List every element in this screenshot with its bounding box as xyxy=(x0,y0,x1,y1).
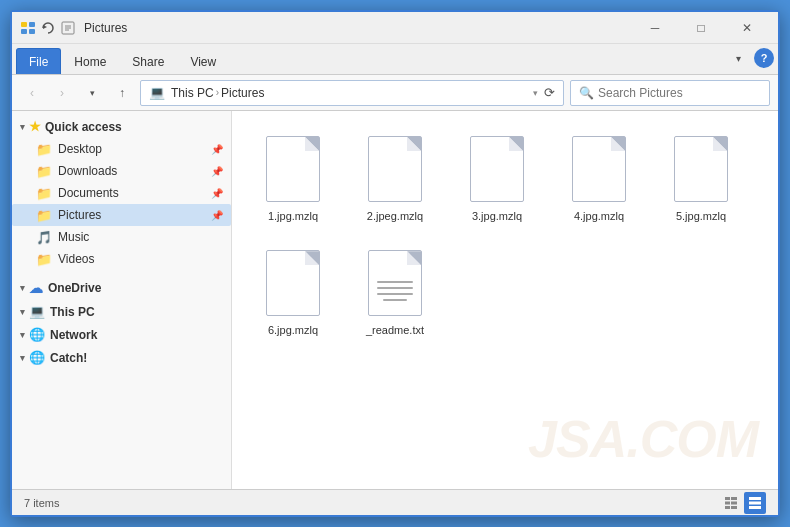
file-item-6jpg[interactable]: 6.jpg.mzlq xyxy=(248,241,338,343)
up-button[interactable]: ↑ xyxy=(110,81,134,105)
address-path[interactable]: 💻 This PC › Pictures ▾ ⟳ xyxy=(140,80,564,106)
file-icon-1jpg xyxy=(261,133,325,205)
ribbon-dropdown-button[interactable]: ▾ xyxy=(726,46,750,70)
text-doc-icon xyxy=(368,250,422,316)
list-view-button[interactable] xyxy=(720,492,742,514)
catch-icon: 🌐 xyxy=(29,350,45,365)
title-bar-icons xyxy=(20,20,76,36)
minimize-button[interactable]: ─ xyxy=(632,12,678,44)
music-folder-icon: 🎵 xyxy=(36,229,52,245)
sidebar-item-desktop-label: Desktop xyxy=(58,142,102,156)
dropdown-nav-button[interactable]: ▾ xyxy=(80,81,104,105)
close-button[interactable]: ✕ xyxy=(724,12,770,44)
title-bar: Pictures ─ □ ✕ xyxy=(12,12,778,44)
view-toggles xyxy=(720,492,766,514)
svg-rect-0 xyxy=(21,22,27,27)
quick-access-chevron: ▾ xyxy=(20,122,25,132)
search-box: 🔍 xyxy=(570,80,770,106)
tab-view[interactable]: View xyxy=(177,48,229,74)
file-item-2jpeg[interactable]: 2.jpeg.mzlq xyxy=(350,127,440,229)
onedrive-header[interactable]: ▾ ☁ OneDrive xyxy=(12,276,231,300)
file-name-2jpeg: 2.jpeg.mzlq xyxy=(367,209,423,223)
sidebar-item-videos-label: Videos xyxy=(58,252,94,266)
catch-chevron: ▾ xyxy=(20,353,25,363)
tab-home[interactable]: Home xyxy=(61,48,119,74)
thispc-chevron: ▾ xyxy=(20,307,25,317)
network-header[interactable]: ▾ 🌐 Network xyxy=(12,323,231,346)
help-button[interactable]: ? xyxy=(754,48,774,68)
doc-icon-3jpg xyxy=(470,136,524,202)
refresh-icon: ⟳ xyxy=(544,85,555,100)
file-name-4jpg: 4.jpg.mzlq xyxy=(574,209,624,223)
window-controls: ─ □ ✕ xyxy=(632,12,770,44)
forward-button[interactable]: › xyxy=(50,81,74,105)
path-thispc: This PC xyxy=(171,86,214,100)
grid-view-button[interactable] xyxy=(744,492,766,514)
onedrive-label: OneDrive xyxy=(48,281,101,295)
file-name-1jpg: 1.jpg.mzlq xyxy=(268,209,318,223)
list-view-icon xyxy=(724,496,738,510)
catch-header[interactable]: ▾ 🌐 Catch! xyxy=(12,346,231,369)
ribbon: File Home Share View ▾ ? xyxy=(12,44,778,75)
file-item-5jpg[interactable]: 5.jpg.mzlq xyxy=(656,127,746,229)
network-globe-icon: 🌐 xyxy=(29,327,45,342)
status-bar: 7 items xyxy=(12,489,778,515)
svg-rect-2 xyxy=(21,29,27,34)
documents-folder-icon: 📁 xyxy=(36,185,52,201)
videos-folder-icon: 📁 xyxy=(36,251,52,267)
doc-icon-6jpg xyxy=(266,250,320,316)
quick-access-star-icon: ★ xyxy=(29,119,41,134)
file-item-1jpg[interactable]: 1.jpg.mzlq xyxy=(248,127,338,229)
maximize-button[interactable]: □ xyxy=(678,12,724,44)
doc-icon-4jpg xyxy=(572,136,626,202)
text-line-1 xyxy=(377,281,413,283)
quick-access-label: Quick access xyxy=(45,120,122,134)
properties-icon xyxy=(60,20,76,36)
sidebar-item-documents-label: Documents xyxy=(58,186,119,200)
thispc-header[interactable]: ▾ 💻 This PC xyxy=(12,300,231,323)
sidebar-item-music-label: Music xyxy=(58,230,89,244)
file-name-3jpg: 3.jpg.mzlq xyxy=(472,209,522,223)
svg-rect-15 xyxy=(749,497,761,500)
address-bar: ‹ › ▾ ↑ 💻 This PC › Pictures ▾ ⟳ 🔍 xyxy=(12,75,778,111)
sidebar-item-videos[interactable]: 📁 Videos xyxy=(12,248,231,270)
sidebar-item-downloads[interactable]: 📁 Downloads 📌 xyxy=(12,160,231,182)
doc-icon-2jpeg xyxy=(368,136,422,202)
sidebar-item-music[interactable]: 🎵 Music xyxy=(12,226,231,248)
window-title: Pictures xyxy=(84,21,632,35)
path-separator-1: › xyxy=(216,87,219,98)
svg-rect-17 xyxy=(749,506,761,509)
svg-rect-13 xyxy=(725,506,730,509)
file-icon-3jpg xyxy=(465,133,529,205)
pictures-folder-icon: 📁 xyxy=(36,207,52,223)
search-input[interactable] xyxy=(598,86,761,100)
quick-access-header[interactable]: ▾ ★ Quick access xyxy=(12,115,231,138)
sidebar-item-desktop[interactable]: 📁 Desktop 📌 xyxy=(12,138,231,160)
sidebar-item-pictures[interactable]: 📁 Pictures 📌 xyxy=(12,204,231,226)
file-name-6jpg: 6.jpg.mzlq xyxy=(268,323,318,337)
svg-rect-16 xyxy=(749,501,761,504)
desktop-pin-icon: 📌 xyxy=(211,144,223,155)
path-dropdown-arrow: ▾ xyxy=(533,88,538,98)
tab-share[interactable]: Share xyxy=(119,48,177,74)
sidebar-item-documents[interactable]: 📁 Documents 📌 xyxy=(12,182,231,204)
ribbon-tabs: File Home Share View ▾ ? xyxy=(12,44,778,74)
tab-file[interactable]: File xyxy=(16,48,61,74)
file-area: JSA.COM 1.jpg.mzlq 2.jpeg.mzlq xyxy=(232,111,778,489)
onedrive-cloud-icon: ☁ xyxy=(29,280,43,296)
file-item-readme[interactable]: _readme.txt xyxy=(350,241,440,343)
text-line-4 xyxy=(383,299,407,301)
sidebar-item-pictures-label: Pictures xyxy=(58,208,101,222)
svg-marker-4 xyxy=(43,25,47,29)
thispc-computer-icon: 💻 xyxy=(29,304,45,319)
pc-icon: 💻 xyxy=(149,85,165,100)
svg-rect-9 xyxy=(725,497,730,500)
file-item-4jpg[interactable]: 4.jpg.mzlq xyxy=(554,127,644,229)
svg-rect-10 xyxy=(731,497,737,500)
text-line-2 xyxy=(377,287,413,289)
back-button[interactable]: ‹ xyxy=(20,81,44,105)
pictures-pin-icon: 📌 xyxy=(211,210,223,221)
file-grid: 1.jpg.mzlq 2.jpeg.mzlq 3.jpg.mzlq xyxy=(244,123,766,348)
file-item-3jpg[interactable]: 3.jpg.mzlq xyxy=(452,127,542,229)
downloads-pin-icon: 📌 xyxy=(211,166,223,177)
